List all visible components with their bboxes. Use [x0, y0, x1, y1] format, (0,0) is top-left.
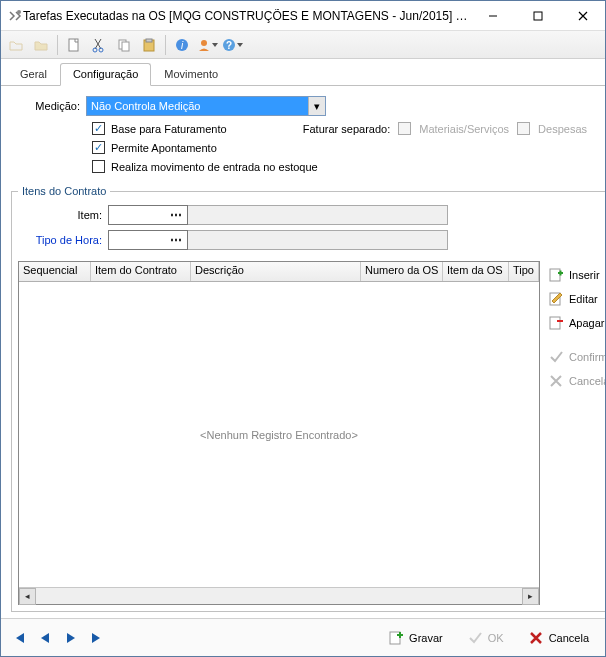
cancela-button[interactable]: Cancela	[522, 627, 595, 649]
tab-configuracao[interactable]: Configuração	[60, 63, 151, 86]
minus-page-icon	[548, 315, 564, 331]
tab-bar: Geral Configuração Movimento	[1, 59, 605, 86]
ok-button: OK	[461, 627, 510, 649]
spacer	[546, 335, 605, 345]
medicao-value: Não Controla Medição	[91, 100, 200, 112]
itens-contrato-legend: Itens do Contrato	[18, 185, 110, 197]
lookup-icon[interactable]: ⋯	[170, 233, 183, 247]
prev-record-button[interactable]	[37, 630, 53, 646]
titlebar: Tarefas Executadas na OS [MQG CONSTRUÇÕE…	[1, 1, 605, 31]
cut-icon[interactable]	[88, 34, 110, 56]
next-record-button[interactable]	[63, 630, 79, 646]
itens-contrato-fieldset: Itens do Contrato Item: ⋯ Tipo de Hora: …	[11, 185, 605, 612]
chevron-down-icon[interactable]: ▾	[308, 97, 325, 115]
item-desc	[188, 205, 448, 225]
col-descricao[interactable]: Descrição	[191, 262, 361, 281]
tipo-hora-code-input[interactable]: ⋯	[108, 230, 188, 250]
lookup-icon[interactable]: ⋯	[170, 208, 183, 222]
tab-movimento[interactable]: Movimento	[151, 63, 231, 85]
toolbar-separator	[57, 35, 58, 55]
medicao-combo[interactable]: Não Controla Medição ▾	[86, 96, 326, 116]
scroll-right-button[interactable]: ▸	[522, 588, 539, 605]
tab-geral[interactable]: Geral	[7, 63, 60, 85]
check-icon	[548, 349, 564, 365]
help-icon[interactable]: ?	[221, 34, 243, 56]
permite-apontamento-row: ✓ Permite Apontamento	[92, 141, 595, 154]
inserir-button[interactable]: Inserir	[546, 263, 605, 287]
info-icon[interactable]: i	[171, 34, 193, 56]
close-button[interactable]	[560, 1, 605, 30]
base-faturamento-row: ✓ Base para Faturamento Faturar separado…	[92, 122, 595, 135]
check-icon	[467, 630, 483, 646]
toolbar: i ?	[1, 31, 605, 59]
x-icon	[528, 630, 544, 646]
last-record-button[interactable]	[89, 630, 105, 646]
new-page-icon[interactable]	[63, 34, 85, 56]
item-code-input[interactable]: ⋯	[108, 205, 188, 225]
base-faturamento-checkbox[interactable]: ✓	[92, 122, 105, 135]
item-lookup[interactable]: ⋯	[108, 205, 448, 225]
cancela-label: Cancela	[549, 632, 589, 644]
scroll-left-button[interactable]: ◂	[19, 588, 36, 605]
cancelar-button: Cancelar	[546, 369, 605, 393]
svg-rect-15	[550, 269, 560, 281]
gravar-label: Gravar	[409, 632, 443, 644]
footer: Gravar OK Cancela	[1, 618, 605, 656]
item-label: Item:	[18, 209, 108, 221]
faturar-separado-label: Faturar separado:	[303, 123, 390, 135]
realiza-movimento-checkbox[interactable]	[92, 160, 105, 173]
app-icon	[7, 8, 23, 24]
app-window: Tarefas Executadas na OS [MQG CONSTRUÇÕE…	[0, 0, 606, 657]
tipo-hora-lookup[interactable]: ⋯	[108, 230, 448, 250]
svg-rect-7	[122, 42, 129, 51]
grid-header: Sequencial Item do Contrato Descrição Nu…	[19, 262, 539, 282]
base-faturamento-label: Base para Faturamento	[111, 123, 227, 135]
save-icon	[388, 630, 404, 646]
side-actions: Inserir Editar Apagar Confirmar	[546, 261, 605, 605]
editar-button[interactable]: Editar	[546, 287, 605, 311]
toolbar-separator	[165, 35, 166, 55]
col-tipo[interactable]: Tipo	[509, 262, 539, 281]
chevron-down-icon	[237, 43, 243, 47]
grid-hscroll[interactable]: ◂ ▸	[19, 587, 539, 604]
permite-apontamento-label: Permite Apontamento	[111, 142, 217, 154]
first-record-button[interactable]	[11, 630, 27, 646]
grid-empty-text: <Nenhum Registro Encontrado>	[200, 429, 358, 441]
despesas-label: Despesas	[538, 123, 587, 135]
col-sequencial[interactable]: Sequencial	[19, 262, 91, 281]
permite-apontamento-checkbox[interactable]: ✓	[92, 141, 105, 154]
user-icon[interactable]	[196, 34, 218, 56]
minimize-button[interactable]	[470, 1, 515, 30]
itens-grid[interactable]: Sequencial Item do Contrato Descrição Nu…	[18, 261, 540, 605]
maximize-button[interactable]	[515, 1, 560, 30]
chevron-down-icon	[212, 43, 218, 47]
gravar-button[interactable]: Gravar	[382, 627, 449, 649]
folder-icon[interactable]	[30, 34, 52, 56]
folder-open-icon[interactable]	[5, 34, 27, 56]
grid-body: <Nenhum Registro Encontrado>	[19, 282, 539, 587]
col-item-os[interactable]: Item da OS	[443, 262, 509, 281]
despesas-checkbox	[517, 122, 530, 135]
medicao-row: Medição: Não Controla Medição ▾	[11, 96, 595, 116]
svg-point-0	[17, 10, 21, 14]
tipo-hora-label: Tipo de Hora:	[18, 234, 108, 246]
copy-icon[interactable]	[113, 34, 135, 56]
materiais-servicos-checkbox	[398, 122, 411, 135]
realiza-movimento-row: Realiza movimento de entrada no estoque	[92, 160, 595, 173]
apagar-button[interactable]: Apagar	[546, 311, 605, 335]
x-icon	[548, 373, 564, 389]
col-numero-os[interactable]: Numero da OS	[361, 262, 443, 281]
tab-content: Medição: Não Controla Medição ▾ ✓ Base p…	[1, 86, 605, 618]
tipo-hora-desc	[188, 230, 448, 250]
paste-icon[interactable]	[138, 34, 160, 56]
footer-actions: Gravar OK Cancela	[382, 627, 595, 649]
confirmar-label: Confirmar	[569, 351, 605, 363]
col-item-contrato[interactable]: Item do Contrato	[91, 262, 191, 281]
editar-label: Editar	[569, 293, 598, 305]
svg-rect-2	[534, 12, 542, 20]
svg-rect-19	[390, 632, 400, 644]
plus-page-icon	[548, 267, 564, 283]
medicao-label: Medição:	[11, 100, 86, 112]
realiza-movimento-label: Realiza movimento de entrada no estoque	[111, 161, 318, 173]
tipo-hora-row: Tipo de Hora: ⋯	[18, 230, 605, 250]
